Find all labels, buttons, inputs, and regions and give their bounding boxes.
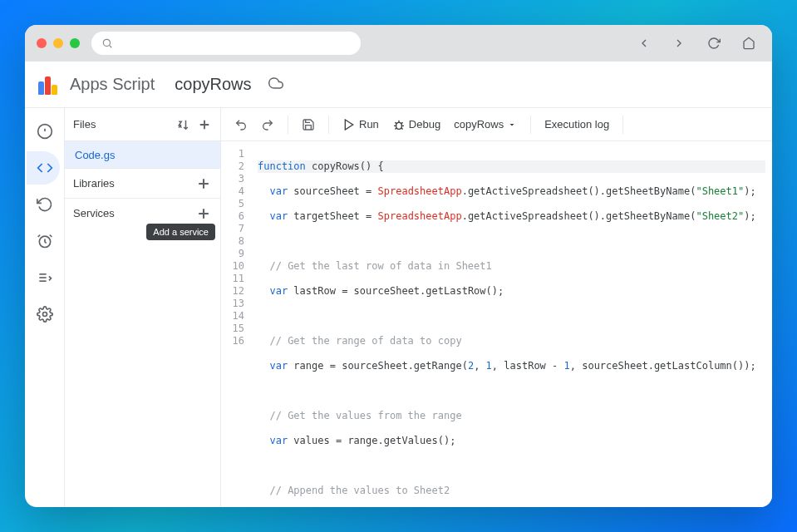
add-service-tooltip: Add a service — [146, 224, 215, 240]
execution-log-label: Execution log — [544, 118, 609, 131]
app-window: Apps Script copyRows Files Code.gs — [25, 25, 772, 507]
services-section: Services Add a service — [65, 198, 220, 228]
chevron-down-icon — [507, 120, 517, 130]
editor-toolbar: Run Debug copyRows Execution log — [221, 108, 772, 141]
svg-rect-17 — [396, 122, 402, 129]
save-button[interactable] — [297, 115, 320, 135]
libraries-label: Libraries — [73, 177, 115, 190]
search-icon — [101, 37, 113, 49]
files-panel: Files Code.gs Libraries Services Add a s… — [65, 108, 221, 507]
code-editor[interactable]: 12345678910111213141516 function copyRow… — [221, 141, 772, 507]
main-area: Files Code.gs Libraries Services Add a s… — [25, 108, 772, 507]
svg-line-24 — [401, 128, 403, 129]
close-window-button[interactable] — [37, 38, 47, 48]
cloud-status-icon — [268, 76, 283, 94]
editor-wrap: Run Debug copyRows Execution log 1234567… — [221, 108, 772, 507]
svg-line-22 — [401, 122, 403, 123]
rail-triggers[interactable] — [27, 188, 60, 221]
rail-settings[interactable] — [27, 298, 60, 331]
services-label: Services — [73, 207, 115, 219]
url-bar[interactable] — [91, 32, 361, 55]
run-button[interactable]: Run — [337, 115, 384, 135]
function-selected-label: copyRows — [454, 118, 504, 131]
debug-button[interactable]: Debug — [387, 115, 445, 135]
rail-overview[interactable] — [27, 115, 60, 148]
home-button[interactable] — [737, 32, 760, 55]
minimize-window-button[interactable] — [53, 38, 63, 48]
files-header: Files — [65, 108, 220, 141]
undo-button[interactable] — [229, 115, 253, 135]
svg-point-9 — [42, 313, 47, 317]
file-code-gs[interactable]: Code.gs — [65, 141, 220, 168]
file-name-label: Code.gs — [75, 149, 115, 161]
files-label: Files — [73, 118, 96, 131]
line-gutter: 12345678910111213141516 — [221, 141, 251, 507]
maximize-window-button[interactable] — [70, 38, 80, 48]
add-service-icon[interactable] — [195, 205, 212, 222]
add-file-icon[interactable] — [197, 117, 212, 132]
svg-marker-16 — [345, 120, 352, 130]
debug-label: Debug — [409, 118, 440, 131]
libraries-section: Libraries — [65, 168, 220, 198]
rail-editor[interactable] — [27, 151, 60, 185]
titlebar — [25, 25, 772, 62]
svg-line-1 — [110, 46, 112, 48]
reload-button[interactable] — [702, 32, 726, 55]
app-header: Apps Script copyRows — [25, 62, 772, 108]
nav-forward-button[interactable] — [667, 32, 691, 55]
code-area[interactable]: function copyRows() { var sourceSheet = … — [251, 141, 772, 507]
add-library-icon[interactable] — [195, 175, 212, 192]
window-controls — [37, 38, 80, 48]
sort-az-icon[interactable] — [177, 117, 192, 132]
nav-back-button[interactable] — [632, 32, 656, 55]
svg-line-21 — [395, 122, 396, 123]
function-select[interactable]: copyRows — [449, 115, 522, 134]
run-label: Run — [359, 118, 379, 131]
project-name[interactable]: copyRows — [175, 75, 251, 94]
execution-log-button[interactable]: Execution log — [539, 115, 614, 134]
redo-button[interactable] — [256, 115, 279, 135]
svg-point-0 — [103, 39, 110, 46]
rail-executions[interactable] — [27, 224, 60, 258]
brand-label: Apps Script — [70, 75, 155, 94]
nav-rail — [25, 108, 65, 507]
apps-script-logo — [38, 75, 58, 95]
rail-deploy[interactable] — [27, 261, 60, 294]
svg-line-23 — [395, 128, 396, 129]
